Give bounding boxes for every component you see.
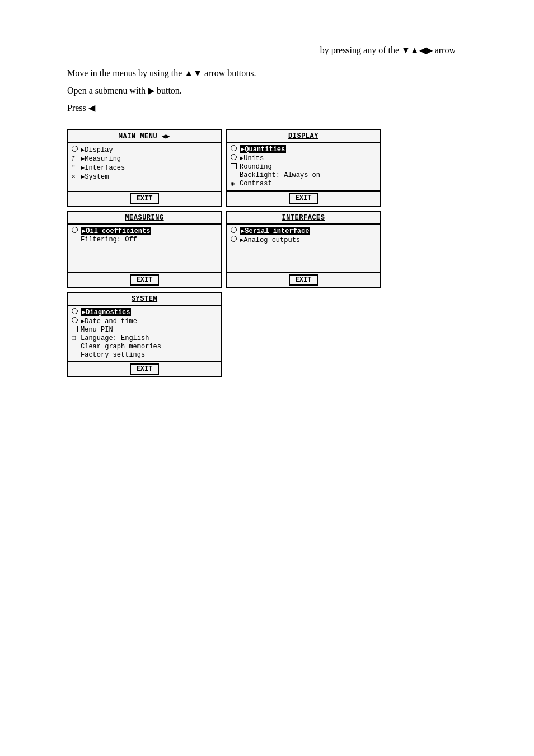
- display-title: DISPLAY: [227, 130, 380, 143]
- circle-icon: [72, 227, 79, 234]
- page-content: by pressing any of the ▼▲◀▶ arrow Move i…: [0, 0, 534, 399]
- interfaces-footer: EXIT: [227, 272, 380, 287]
- display-exit[interactable]: EXIT: [289, 193, 318, 204]
- display-item-contrast[interactable]: ◉ Contrast: [231, 180, 376, 188]
- f-icon: ƒ: [72, 155, 79, 161]
- instructions: Move in the menus by using the ▲▼ arrow …: [67, 66, 489, 116]
- display-footer: EXIT: [227, 190, 380, 205]
- circle-icon: [72, 146, 79, 152]
- measuring-footer: EXIT: [68, 272, 221, 287]
- intro-line: by pressing any of the ▼▲◀▶ arrow: [67, 45, 456, 55]
- interfaces-body: ▶Serial interface ▶Analog outputs: [227, 225, 380, 272]
- display-item-backlight[interactable]: Backlight: Always on: [231, 171, 376, 179]
- system-body: ▶Diagnostics ▶Date and time Menu PIN □ L…: [68, 306, 221, 361]
- interfaces-item-analog[interactable]: ▶Analog outputs: [231, 236, 376, 244]
- dot-circle-icon: ◉: [231, 180, 238, 187]
- measuring-title: MEASURING: [68, 212, 221, 225]
- circle-icon: [72, 308, 79, 315]
- system-exit[interactable]: EXIT: [130, 363, 160, 375]
- main-menu-exit[interactable]: EXIT: [130, 193, 160, 204]
- instruction-line2: Open a submenu with ▶ button.: [67, 83, 489, 98]
- measuring-body: ▶Oil coefficients Filtering: Off: [68, 225, 221, 272]
- system-screen: SYSTEM ▶Diagnostics ▶Date and time Menu …: [67, 292, 222, 377]
- system-footer: EXIT: [68, 361, 221, 376]
- square-icon: [231, 163, 238, 170]
- screens-grid: MAIN MENU ◀▶ ▶Display ƒ ▶Measuring ≈ ▶In…: [67, 129, 381, 377]
- interfaces-exit[interactable]: EXIT: [289, 274, 318, 286]
- tilde-icon: ≈: [72, 164, 79, 170]
- circle-icon: [231, 236, 238, 242]
- instruction-line3: Press ◀: [67, 100, 489, 115]
- display-item-quantities[interactable]: ▶Quantities: [231, 145, 376, 153]
- x-icon: ✕: [72, 172, 79, 180]
- display-screen: DISPLAY ▶Quantities ▶Units Rounding Back…: [226, 129, 381, 207]
- display-body: ▶Quantities ▶Units Rounding Backlight: A…: [227, 143, 380, 190]
- main-menu-screen: MAIN MENU ◀▶ ▶Display ƒ ▶Measuring ≈ ▶In…: [67, 129, 222, 207]
- measuring-screen: MEASURING ▶Oil coefficients Filtering: O…: [67, 211, 222, 288]
- measuring-exit[interactable]: EXIT: [130, 274, 160, 286]
- main-menu-footer: EXIT: [68, 191, 221, 206]
- interfaces-title: INTERFACES: [227, 212, 380, 225]
- main-menu-title: MAIN MENU ◀▶: [68, 130, 221, 143]
- interfaces-item-serial[interactable]: ▶Serial interface: [231, 227, 376, 235]
- system-item-datetime[interactable]: ▶Date and time: [72, 317, 217, 325]
- main-menu-item-system[interactable]: ✕ ▶System: [72, 172, 217, 181]
- system-item-diagnostics[interactable]: ▶Diagnostics: [72, 308, 217, 316]
- circle-icon: [231, 154, 238, 161]
- circle-icon: [72, 317, 79, 324]
- system-item-menupin[interactable]: Menu PIN: [72, 326, 217, 334]
- main-menu-body: ▶Display ƒ ▶Measuring ≈ ▶Interfaces ✕ ▶S…: [68, 143, 221, 191]
- display-item-units[interactable]: ▶Units: [231, 154, 376, 162]
- interfaces-screen: INTERFACES ▶Serial interface ▶Analog out…: [226, 211, 381, 288]
- intro-text: by pressing any of the ▼▲◀▶ arrow: [320, 45, 456, 55]
- main-menu-item-measuring[interactable]: ƒ ▶Measuring: [72, 155, 217, 163]
- main-menu-item-display[interactable]: ▶Display: [72, 146, 217, 154]
- square-icon: [72, 326, 79, 333]
- system-title: SYSTEM: [68, 293, 221, 306]
- system-item-language[interactable]: □ Language: English: [72, 334, 217, 342]
- system-item-factory[interactable]: Factory settings: [72, 351, 217, 359]
- system-item-cleargraph[interactable]: Clear graph memories: [72, 343, 217, 351]
- person-icon: □: [72, 334, 79, 342]
- display-item-rounding[interactable]: Rounding: [231, 163, 376, 171]
- circle-icon: [231, 227, 238, 234]
- instruction-line1: Move in the menus by using the ▲▼ arrow …: [67, 66, 489, 81]
- main-menu-item-interfaces[interactable]: ≈ ▶Interfaces: [72, 164, 217, 172]
- measuring-item-filtering[interactable]: Filtering: Off: [72, 236, 217, 244]
- measuring-item-oil[interactable]: ▶Oil coefficients: [72, 227, 217, 235]
- circle-icon: [231, 145, 238, 152]
